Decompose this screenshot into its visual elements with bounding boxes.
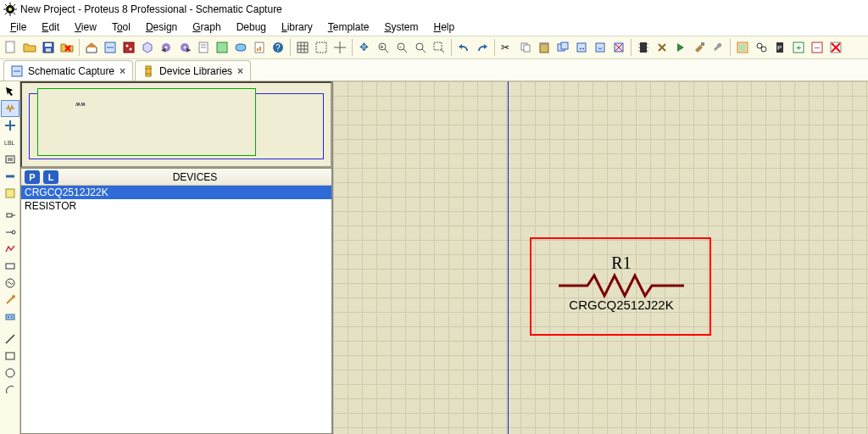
selection-tool-icon[interactable] xyxy=(1,83,19,100)
grid-toggle-icon[interactable] xyxy=(293,38,312,57)
terminal-tool-icon[interactable] xyxy=(1,207,19,224)
open-file-icon[interactable] xyxy=(20,38,39,57)
zoom-in-icon[interactable]: + xyxy=(374,38,392,57)
menu-help[interactable]: Help xyxy=(426,19,461,35)
new-file-icon[interactable] xyxy=(2,38,20,57)
schematic-canvas[interactable]: R1 CRGCQ2512J22K xyxy=(332,81,868,434)
svg-rect-116 xyxy=(6,353,14,359)
component-tool-icon[interactable] xyxy=(1,100,19,117)
list-item[interactable]: CRGCQ2512J22K xyxy=(21,186,331,199)
origin-icon[interactable] xyxy=(331,38,349,57)
svg-point-111 xyxy=(12,295,15,298)
xref-icon[interactable] xyxy=(733,38,752,57)
svg-line-8 xyxy=(14,4,15,6)
menu-design[interactable]: Design xyxy=(139,19,184,35)
line-tool-icon[interactable] xyxy=(1,331,19,348)
main-toolbar: ◀ ▶ ? ✥ + - ✂ ↔ P + – xyxy=(0,36,868,59)
zoom-region-icon[interactable] xyxy=(430,38,448,57)
copy-icon[interactable] xyxy=(516,38,535,57)
svg-rect-13 xyxy=(45,43,52,47)
text-tool-icon[interactable] xyxy=(1,151,19,168)
report-icon[interactable] xyxy=(250,38,269,57)
wrench-icon[interactable] xyxy=(709,38,727,57)
block-move-icon[interactable]: ↔ xyxy=(572,38,591,57)
pan-icon[interactable]: ✥ xyxy=(355,38,374,57)
list-item[interactable]: RESISTOR xyxy=(21,199,331,213)
junction-tool-icon[interactable] xyxy=(1,117,19,134)
pick-device-button[interactable]: P xyxy=(25,170,40,184)
window-title: New Project - Proteus 8 Professional - S… xyxy=(20,3,282,15)
property-icon[interactable]: P xyxy=(771,38,789,57)
find-icon[interactable] xyxy=(752,38,771,57)
paste-icon[interactable] xyxy=(535,38,554,57)
package-icon[interactable] xyxy=(634,38,653,57)
tab-device-libraries[interactable]: Device Libraries × xyxy=(135,60,251,81)
add-sheet-icon[interactable]: + xyxy=(789,38,808,57)
tape-tool-icon[interactable] xyxy=(1,258,19,275)
svg-text:P: P xyxy=(777,44,782,52)
menu-graph[interactable]: Graph xyxy=(186,19,227,35)
undo-icon[interactable] xyxy=(454,38,473,57)
menu-debug[interactable]: Debug xyxy=(230,19,273,35)
overview-pane[interactable]: ʍʍ xyxy=(20,81,332,168)
generator-tool-icon[interactable] xyxy=(1,275,19,292)
hammer-icon[interactable] xyxy=(690,38,709,57)
delete-all-icon[interactable] xyxy=(826,38,845,57)
save-file-icon[interactable] xyxy=(39,38,58,57)
menu-template[interactable]: Template xyxy=(321,19,376,35)
arc-tool-icon[interactable] xyxy=(1,381,19,398)
help-icon[interactable]: ? xyxy=(269,38,287,57)
probe-tool-icon[interactable] xyxy=(1,292,19,309)
tab-schematic-capture[interactable]: Schematic Capture × xyxy=(3,60,133,81)
label-tool-icon[interactable]: LBL xyxy=(1,134,19,151)
graph-tool-icon[interactable] xyxy=(1,241,19,258)
pin-tool-icon[interactable] xyxy=(1,224,19,241)
decompose-icon[interactable] xyxy=(653,38,671,57)
close-file-icon[interactable] xyxy=(58,38,76,57)
schematic-icon[interactable] xyxy=(101,38,120,57)
block-rotate-icon[interactable] xyxy=(591,38,609,57)
menu-view[interactable]: View xyxy=(68,19,103,35)
bom-icon[interactable] xyxy=(194,38,213,57)
toolbar-separator xyxy=(451,39,452,56)
bus-tool-icon[interactable] xyxy=(1,168,19,185)
block-delete-icon[interactable] xyxy=(609,38,628,57)
gear-right-icon[interactable]: ▶ xyxy=(175,38,194,57)
zoom-fit-icon[interactable] xyxy=(411,38,430,57)
library-button[interactable]: L xyxy=(43,170,58,184)
svg-text:✥: ✥ xyxy=(359,41,369,53)
close-tab-icon[interactable]: × xyxy=(237,65,243,77)
gear-left-icon[interactable]: ◀ xyxy=(157,38,175,57)
component-resistor[interactable]: R1 CRGCQ2512J22K xyxy=(543,247,699,327)
devices-list[interactable]: CRGCQ2512J22K RESISTOR xyxy=(21,186,331,433)
redo-icon[interactable] xyxy=(473,38,492,57)
svg-line-9 xyxy=(5,13,7,14)
close-tab-icon[interactable]: × xyxy=(120,65,125,77)
pcb-icon[interactable] xyxy=(120,38,138,57)
remove-sheet-icon[interactable]: – xyxy=(808,38,826,57)
snap-icon[interactable] xyxy=(312,38,331,57)
instrument-tool-icon[interactable] xyxy=(1,309,19,326)
menu-system[interactable]: System xyxy=(377,19,425,35)
erc-icon[interactable] xyxy=(213,38,231,57)
svg-rect-54 xyxy=(434,42,442,50)
block-copy-icon[interactable] xyxy=(554,38,572,57)
subcircuit-tool-icon[interactable] xyxy=(1,185,19,202)
svg-rect-31 xyxy=(217,42,227,53)
rect-tool-icon[interactable] xyxy=(1,348,19,364)
zoom-out-icon[interactable]: - xyxy=(392,38,411,57)
cut-icon[interactable]: ✂ xyxy=(498,38,516,57)
home-icon[interactable] xyxy=(82,38,101,57)
menu-edit[interactable]: Edit xyxy=(35,19,66,35)
menu-bar: File Edit View Tool Design Graph Debug L… xyxy=(0,19,868,36)
menu-tool[interactable]: Tool xyxy=(105,19,137,35)
circle-tool-icon[interactable] xyxy=(1,364,19,381)
svg-marker-57 xyxy=(484,44,487,49)
compile-icon[interactable] xyxy=(671,38,690,57)
vsm-icon[interactable] xyxy=(231,38,250,57)
menu-file[interactable]: File xyxy=(3,19,33,35)
3d-icon[interactable] xyxy=(138,38,157,57)
document-tabs: Schematic Capture × Device Libraries × xyxy=(0,59,868,81)
title-bar: New Project - Proteus 8 Professional - S… xyxy=(0,0,868,19)
menu-library[interactable]: Library xyxy=(275,19,320,35)
